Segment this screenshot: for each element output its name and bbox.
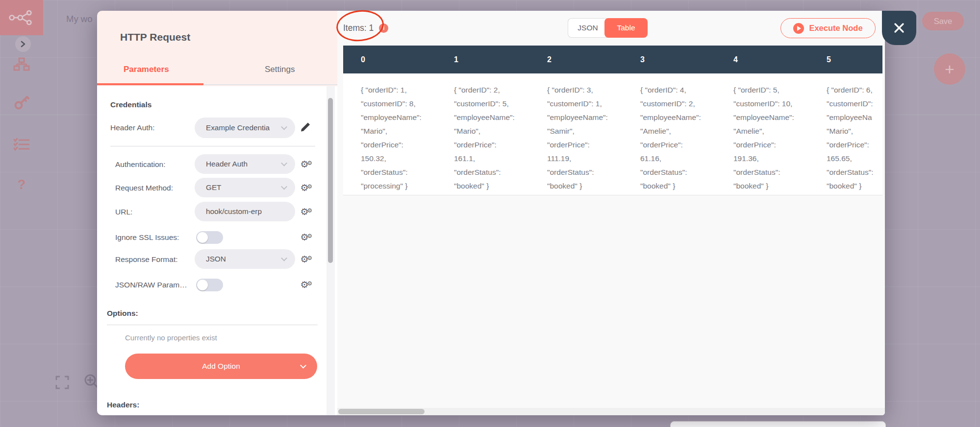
table-column-header: 0 — [343, 46, 436, 73]
response-format-select[interactable]: JSON — [195, 249, 295, 269]
play-icon — [793, 23, 804, 34]
info-icon[interactable]: i — [379, 24, 388, 33]
checklist-icon — [13, 138, 30, 151]
add-option-label: Add Option — [202, 362, 240, 370]
workflow-title: My wo — [66, 14, 92, 24]
close-icon — [892, 21, 906, 35]
expand-icon — [55, 375, 70, 390]
field-label: Authentication: — [115, 154, 166, 175]
sidebar-item-workflows[interactable] — [0, 57, 43, 71]
execute-node-button[interactable]: Execute Node — [780, 18, 876, 38]
field-row-url: URL: hook/custom-erp ⚙⚙ — [97, 202, 337, 222]
node-settings-modal: HTTP Request Parameters Settings Credent… — [97, 11, 885, 415]
add-option-button[interactable]: Add Option — [125, 354, 317, 379]
credential-row: Header Auth: Example Credentia — [97, 118, 337, 138]
node-output-panel: Items: 1 i JSON Table Execute Node 01234… — [337, 11, 885, 415]
nodes-logo-icon — [8, 8, 35, 27]
field-row-authentication: Authentication: Header Auth ⚙⚙ — [97, 154, 337, 175]
field-label: Ignore SSL Issues: — [115, 227, 179, 248]
authentication-value: Header Auth — [206, 160, 248, 168]
node-title: HTTP Request — [120, 31, 190, 43]
credential-select[interactable]: Example Credentia — [195, 118, 295, 138]
config-scrollbar-thumb[interactable] — [328, 98, 333, 263]
json-view-button[interactable]: JSON — [568, 18, 607, 38]
field-row-ignore-ssl: Ignore SSL Issues: ⚙⚙ — [97, 227, 337, 248]
toggle-knob — [197, 232, 208, 243]
key-icon — [14, 95, 29, 110]
output-hscrollbar-thumb[interactable] — [338, 409, 425, 414]
sitemap-icon — [13, 57, 30, 71]
gear-icon[interactable]: ⚙⚙ — [297, 231, 312, 244]
table-column-header: 3 — [623, 46, 716, 73]
options-heading: Options: — [107, 309, 138, 318]
table-cell: { "orderID": 1,"customerID": 8,"employee… — [343, 73, 436, 195]
json-raw-toggle[interactable] — [196, 279, 223, 291]
chevron-down-icon — [300, 362, 306, 369]
chevron-down-icon — [281, 124, 287, 130]
gear-icon[interactable]: ⚙⚙ — [297, 182, 312, 194]
execute-node-label: Execute Node — [809, 24, 862, 33]
node-config-body: Credentials Header Auth: Example Credent… — [97, 86, 337, 415]
chevron-down-icon — [281, 255, 287, 261]
tab-parameters[interactable]: Parameters — [124, 65, 169, 74]
field-label: JSON/RAW Param… — [115, 275, 187, 295]
tab-underline — [203, 84, 337, 85]
sidebar-expand-button[interactable] — [15, 36, 31, 52]
zoom-to-fit-button[interactable] — [55, 375, 70, 391]
table-body-row: { "orderID": 1,"customerID": 8,"employee… — [343, 73, 882, 195]
authentication-select[interactable]: Header Auth — [195, 154, 295, 174]
sidebar-item-credentials[interactable] — [0, 95, 43, 110]
left-sidebar: ? — [0, 0, 43, 427]
toggle-knob — [197, 280, 208, 290]
chevron-right-icon — [20, 41, 26, 47]
canvas-popup-edge — [670, 421, 886, 427]
tab-settings[interactable]: Settings — [265, 65, 295, 74]
n8n-logo[interactable] — [0, 0, 43, 35]
field-row-request-method: Request Method: GET ⚙⚙ — [97, 178, 337, 198]
credential-label: Header Auth: — [110, 118, 154, 138]
divider — [110, 146, 315, 146]
headers-heading: Headers: — [107, 401, 139, 409]
ignore-ssl-toggle[interactable] — [196, 231, 223, 244]
credentials-heading: Credentials — [110, 100, 151, 109]
output-topbar: Items: 1 i JSON Table Execute Node — [337, 11, 885, 46]
options-empty-text: Currently no properties exist — [125, 333, 217, 342]
table-column-header: 5 — [809, 46, 882, 73]
gear-icon[interactable]: ⚙⚙ — [297, 158, 312, 171]
close-modal-button[interactable] — [882, 11, 916, 45]
field-row-response-format: Response Format: JSON ⚙⚙ — [97, 249, 337, 270]
config-scrollbar[interactable] — [327, 86, 335, 415]
table-cell: { "orderID": 4,"customerID": 2,"employee… — [623, 73, 716, 195]
table-cell: { "orderID": 5,"customerID": 10,"employe… — [716, 73, 809, 195]
url-input[interactable]: hook/custom-erp — [195, 202, 295, 221]
gear-icon[interactable]: ⚙⚙ — [297, 206, 312, 218]
items-count-label: Items: 1 — [343, 23, 374, 33]
output-view-toggle: JSON Table — [568, 18, 648, 38]
chevron-down-icon — [281, 184, 287, 190]
sidebar-item-help[interactable]: ? — [0, 177, 43, 192]
save-button[interactable]: Save — [922, 12, 964, 30]
url-value: hook/custom-erp — [206, 207, 262, 216]
chevron-down-icon — [281, 160, 287, 166]
output-hscrollbar[interactable] — [337, 408, 885, 415]
table-cell: { "orderID": 6,"customerID":"employeeNa"… — [809, 73, 882, 195]
table-cell: { "orderID": 3,"customerID": 1,"employee… — [529, 73, 623, 195]
table-header-row: 012345 — [343, 46, 882, 73]
field-label: Request Method: — [115, 178, 173, 198]
sidebar-item-executions[interactable] — [0, 138, 43, 151]
gear-icon[interactable]: ⚙⚙ — [297, 279, 312, 291]
edit-credential-button[interactable] — [300, 121, 311, 135]
request-method-select[interactable]: GET — [195, 178, 295, 197]
table-column-header: 2 — [529, 46, 623, 73]
field-row-json-raw: JSON/RAW Param… ⚙⚙ — [97, 275, 337, 295]
add-node-button[interactable]: + — [934, 53, 965, 85]
active-tab-underline — [97, 83, 203, 85]
gear-icon[interactable]: ⚙⚙ — [297, 253, 312, 266]
request-method-value: GET — [206, 183, 221, 192]
field-label: Response Format: — [115, 249, 178, 270]
field-label: URL: — [115, 202, 132, 222]
table-column-header: 1 — [436, 46, 529, 73]
table-view-button[interactable]: Table — [604, 18, 648, 38]
pencil-icon — [300, 121, 311, 133]
node-config-panel: HTTP Request Parameters Settings Credent… — [97, 11, 337, 415]
